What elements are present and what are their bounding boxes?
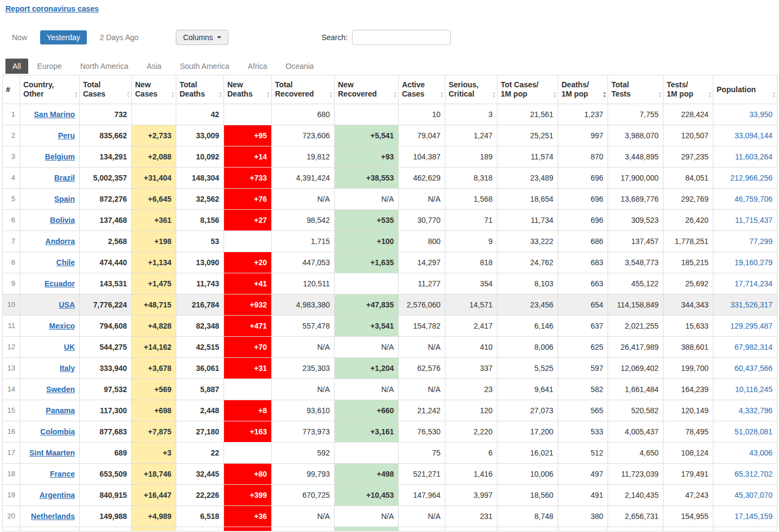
country-link[interactable]: Argentina: [40, 491, 75, 499]
col-header-tests_per_1m[interactable]: Tests/ 1M pop▲▼: [663, 75, 713, 104]
row-rank: 5: [3, 189, 20, 210]
columns-button[interactable]: Columns: [176, 30, 228, 45]
country-link[interactable]: Italy: [60, 364, 75, 373]
cell-new_recovered: +1,204: [335, 358, 399, 379]
time-tab-now[interactable]: Now: [5, 30, 34, 44]
country-link[interactable]: Peru: [58, 131, 75, 140]
cell-new_recovered: +5,541: [335, 125, 399, 146]
cell-new_deaths: +733: [224, 168, 272, 189]
cell-population: 11,603,264: [713, 146, 777, 168]
cell-total_tests: 3,548,773: [608, 252, 663, 273]
cell-new_deaths: +31: [224, 358, 272, 379]
cell-population: 33,094,144: [713, 125, 777, 146]
cell-new_recovered: [335, 273, 399, 294]
country-link[interactable]: Brazil: [54, 174, 75, 182]
report-cases-link[interactable]: Report coronavirus cases: [5, 4, 99, 13]
country-cell: Italy: [20, 358, 80, 379]
col-header-new_cases[interactable]: New Cases▲▼: [132, 75, 176, 104]
country-link[interactable]: Sint Maarten: [29, 448, 75, 457]
col-header-cases_per_1m[interactable]: Tot Cases/ 1M pop▲▼: [497, 75, 558, 104]
country-cell: UK: [20, 337, 80, 358]
cell-new_cases: +3,678: [132, 358, 176, 379]
row-rank: 17: [3, 443, 20, 464]
cell-new_deaths: +70: [224, 337, 272, 358]
cell-serious_critical: 2,417: [445, 316, 497, 337]
row-rank: 3: [3, 146, 20, 168]
cell-total_tests: 26,417,989: [608, 337, 663, 358]
col-header-population[interactable]: Population▲▼: [713, 75, 777, 104]
cell-total_cases: 97,532: [80, 379, 132, 400]
country-link[interactable]: Belgium: [45, 152, 75, 161]
time-tab-yesterday[interactable]: Yesterday: [40, 30, 87, 44]
col-header-total_deaths[interactable]: Total Deaths▲▼: [176, 75, 224, 104]
country-link[interactable]: Netherlands: [31, 512, 75, 521]
cell-new_deaths: +27: [224, 210, 272, 231]
cell-tests_per_1m: 78,495: [663, 421, 713, 443]
country-link[interactable]: Ecuador: [44, 279, 75, 288]
country-link[interactable]: Colombia: [40, 427, 75, 436]
continent-tab-europe[interactable]: Europe: [28, 59, 71, 74]
col-header-label: New Recovered: [338, 80, 395, 99]
cell-active_cases: 104,387: [399, 146, 445, 168]
cell-new_cases: +48,715: [132, 294, 176, 316]
col-header-label: New Cases: [135, 80, 173, 99]
cell-total_recovered: N/A: [272, 379, 335, 400]
cell-total_tests: 3,448,895: [608, 146, 663, 168]
country-link[interactable]: USA: [59, 300, 75, 309]
country-cell: Mexico: [20, 316, 80, 337]
cell-serious_critical: 120: [445, 400, 497, 421]
col-header-total_tests[interactable]: Total Tests▲▼: [608, 75, 663, 104]
country-link[interactable]: Sweden: [46, 385, 75, 394]
country-link[interactable]: France: [50, 470, 75, 478]
col-header-deaths_per_1m[interactable]: Deaths/ 1M pop▲▼: [558, 75, 608, 104]
continent-tab-oceania[interactable]: Oceania: [277, 59, 323, 74]
col-header-country[interactable]: Country, Other▲▼: [20, 75, 80, 104]
country-link[interactable]: Spain: [54, 195, 75, 203]
cell-new_deaths: +8: [224, 400, 272, 421]
cell-total_deaths: 22,226: [176, 485, 224, 506]
col-header-total_recovered[interactable]: Total Recovered▲▼: [272, 75, 335, 104]
country-link[interactable]: Panama: [46, 406, 75, 415]
cell-total_cases: 794,608: [80, 316, 132, 337]
cell-total_tests: 4,650: [608, 443, 663, 464]
col-header-serious_critical[interactable]: Serious, Critical▲▼: [445, 75, 497, 104]
col-header-active_cases[interactable]: Active Cases▲▼: [399, 75, 445, 104]
continent-tab-north-america[interactable]: North America: [71, 59, 138, 74]
country-link[interactable]: Bolivia: [50, 216, 75, 225]
cell-population: 17,145,159: [713, 506, 777, 527]
continent-tab-all[interactable]: All: [5, 59, 28, 74]
col-header-new_deaths[interactable]: New Deaths▲▼: [224, 75, 272, 104]
country-link[interactable]: Mexico: [49, 322, 75, 330]
cell-total_deaths: 216,784: [176, 294, 224, 316]
search-input[interactable]: [352, 30, 451, 45]
continent-tab-africa[interactable]: Africa: [239, 59, 277, 74]
cell-tests_per_1m: 25,692: [663, 273, 713, 294]
col-header-new_recovered[interactable]: New Recovered▲▼: [335, 75, 399, 104]
col-header-rank[interactable]: #: [3, 75, 20, 104]
cell-population: 11,715,437: [713, 210, 777, 231]
cell-new_cases: +1,134: [132, 252, 176, 273]
cell-population: 19,160,279: [713, 252, 777, 273]
sort-icon: ▲▼: [393, 91, 397, 98]
col-header-total_cases[interactable]: Total Cases▲▼: [80, 75, 132, 104]
cell-total_cases: 835,662: [80, 125, 132, 146]
country-link[interactable]: UK: [64, 343, 75, 351]
search-group: Search:: [322, 30, 451, 45]
cell-cases_per_1m: 10,006: [497, 464, 558, 485]
country-link[interactable]: Chile: [56, 258, 75, 267]
time-tab-2-days-ago[interactable]: 2 Days Ago: [93, 30, 145, 44]
cell-new_recovered: [335, 104, 399, 125]
country-link[interactable]: Andorra: [46, 237, 75, 246]
continent-tab-south-america[interactable]: South America: [171, 59, 239, 74]
cell-active_cases: 800: [399, 231, 445, 252]
cell-new_cases: +3: [132, 443, 176, 464]
country-link[interactable]: San Marino: [34, 110, 75, 119]
col-header-label: New Deaths: [227, 80, 268, 99]
columns-button-label: Columns: [183, 33, 213, 42]
table-body: 1San Marino7324268010321,5611,2377,75522…: [3, 104, 777, 531]
continent-tab-asia[interactable]: Asia: [137, 59, 170, 74]
cell-cases_per_1m: 24,762: [497, 252, 558, 273]
cell-population: 60,437,566: [713, 358, 777, 379]
col-header-label: Active Cases: [402, 80, 442, 99]
col-header-label: Country, Other: [23, 80, 76, 99]
